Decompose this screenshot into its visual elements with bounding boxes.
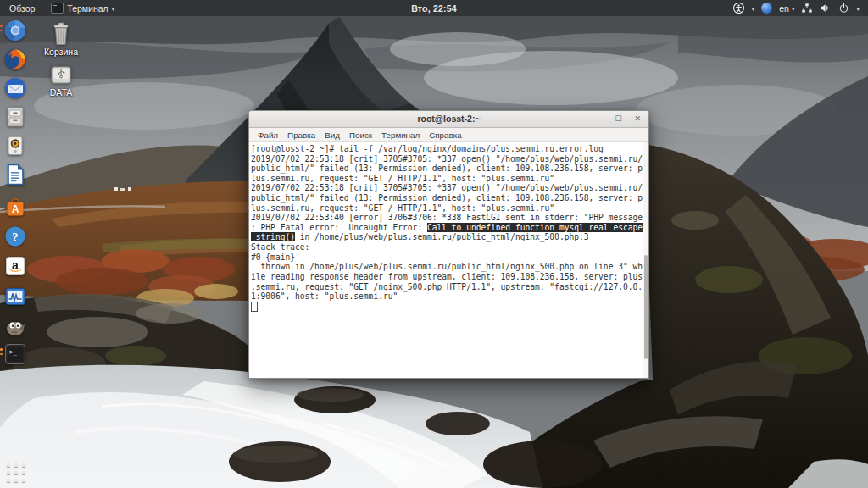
amazon-icon: a	[3, 254, 27, 278]
terminal-line: public_html/" failed (13: Permission den…	[251, 164, 648, 174]
terminal-line: 1:9006", host: "plus.semmi.ru"	[251, 291, 648, 302]
dock-item-help[interactable]: ?	[3, 225, 27, 248]
running-indicator	[0, 348, 3, 355]
terminal-app-icon	[51, 3, 64, 14]
chromium-icon	[3, 19, 27, 42]
dock-item-gimp[interactable]	[3, 315, 27, 339]
power-icon[interactable]	[838, 3, 849, 14]
dock-item-chromium[interactable]	[3, 19, 27, 42]
terminal-line: [root@losst-2 ~]# tail -f /var/log/nginx…	[251, 144, 648, 154]
window-controls: – ☐ ✕	[598, 111, 641, 127]
dock: A ? a	[3, 0, 31, 488]
app-menu-label: Терминал	[67, 3, 108, 14]
terminal-line: _string() in /home/plus/web/plus.semmi.r…	[251, 232, 648, 242]
desktop-icon-trash[interactable]: Корзина	[36, 22, 86, 57]
window-title: root@losst-2:~	[249, 111, 648, 127]
scrollbar-thumb[interactable]	[644, 255, 648, 358]
terminal-menubar: ФайлПравкаВидПоискТерминалСправка	[249, 128, 648, 142]
menu-item[interactable]: Справка	[425, 130, 465, 140]
tray-app-icon[interactable]	[761, 3, 772, 14]
language-label: en	[779, 3, 789, 14]
terminal-line: lus.semmi.ru, request: "GET / HTTP/1.1",…	[251, 174, 648, 184]
system-monitor-icon	[3, 285, 27, 308]
terminal-line	[251, 302, 648, 312]
scrollbar[interactable]	[643, 142, 648, 378]
terminal-line: : PHP Fatal error: Uncaught Error: Call …	[251, 223, 648, 233]
media-box-icon	[3, 134, 27, 158]
dock-item-terminal[interactable]: >_	[3, 342, 27, 366]
terminal-line: .semmi.ru, request: "GET /nginx_500.php …	[251, 282, 648, 292]
language-selector[interactable]: en ▾	[779, 3, 794, 14]
terminal-line: lus.semmi.ru, request: "GET / HTTP/1.1",…	[251, 203, 648, 214]
svg-text:a: a	[12, 258, 19, 272]
chevron-down-icon: ▾	[792, 5, 795, 12]
network-icon[interactable]	[801, 3, 813, 14]
svg-text:?: ?	[12, 230, 19, 244]
top-bar: Обзор Терминал ▾ Вто, 22:54 ▾ en ▾	[0, 0, 868, 16]
terminal-line: #0 {main}	[251, 252, 648, 263]
menu-item[interactable]: Вид	[320, 130, 344, 140]
svg-text:>_: >_	[9, 348, 18, 356]
app-menu[interactable]: Терминал ▾	[44, 0, 121, 16]
file-cabinet-icon	[3, 105, 27, 129]
volume-icon[interactable]	[820, 3, 832, 14]
terminal-line: 2019/07/02 22:53:40 [error] 3706#3706: *…	[251, 213, 648, 223]
dock-item-file-manager[interactable]	[3, 105, 27, 129]
terminal-window: root@losst-2:~ – ☐ ✕ ФайлПравкаВидПоискТ…	[248, 110, 649, 379]
trash-icon	[48, 22, 74, 46]
dock-item-software-store[interactable]: A	[3, 195, 27, 219]
terminal-line: public_html/" failed (13: Permission den…	[251, 193, 648, 203]
close-button[interactable]: ✕	[634, 115, 641, 123]
thunderbird-icon	[3, 76, 27, 100]
chevron-down-icon: ▾	[112, 5, 115, 12]
terminal-cursor	[251, 302, 258, 312]
running-indicator	[0, 25, 3, 31]
show-applications-button[interactable]	[6, 463, 28, 485]
terminal-line: ile reading response header from upstrea…	[251, 272, 648, 282]
menu-item[interactable]: Правка	[283, 130, 320, 140]
chevron-down-icon: ▾	[856, 5, 860, 12]
menu-item[interactable]: Поиск	[345, 130, 376, 140]
dock-item-amazon[interactable]: a	[3, 254, 27, 278]
maximize-button[interactable]: ☐	[615, 115, 621, 123]
dock-item-firefox[interactable]	[3, 47, 27, 71]
software-store-icon: A	[3, 195, 27, 219]
terminal-line: Stack trace:	[251, 242, 648, 252]
dock-item-system-monitor[interactable]	[3, 285, 27, 308]
desktop-icon-label: Корзина	[36, 47, 86, 57]
help-icon: ?	[3, 225, 27, 248]
chevron-down-icon: ▾	[752, 5, 755, 12]
dock-item-media-box[interactable]	[3, 134, 27, 158]
terminal-line: thrown in /home/plus/web/plus.semmi.ru/p…	[251, 262, 648, 272]
terminal-line: 2019/07/02 22:53:18 [crit] 3705#3705: *3…	[251, 183, 648, 193]
window-titlebar[interactable]: root@losst-2:~ – ☐ ✕	[249, 111, 648, 128]
terminal-line: 2019/07/02 22:53:18 [crit] 3705#3705: *3…	[251, 154, 648, 164]
minimize-button[interactable]: –	[598, 115, 602, 123]
gimp-icon	[3, 315, 27, 339]
clock[interactable]: Вто, 22:54	[411, 0, 457, 16]
terminal-icon: >_	[3, 342, 27, 366]
dock-item-libreoffice-writer[interactable]	[3, 163, 27, 186]
desktop-icon-label: DATA	[36, 87, 86, 97]
terminal-output: [root@losst-2 ~]# tail -f /var/log/nginx…	[249, 142, 648, 311]
libreoffice-writer-icon	[3, 163, 27, 186]
svg-text:A: A	[12, 203, 19, 215]
usb-drive-icon	[47, 64, 75, 86]
dock-item-thunderbird[interactable]	[3, 76, 27, 100]
menu-item[interactable]: Файл	[253, 130, 282, 140]
firefox-icon	[3, 47, 27, 71]
terminal-content[interactable]: [root@losst-2 ~]# tail -f /var/log/nginx…	[249, 142, 648, 378]
activities-button[interactable]: Обзор	[0, 0, 44, 16]
menu-item[interactable]: Терминал	[377, 130, 424, 140]
desktop-icon-data-drive[interactable]: DATA	[36, 64, 86, 97]
accessibility-icon[interactable]	[732, 2, 745, 14]
